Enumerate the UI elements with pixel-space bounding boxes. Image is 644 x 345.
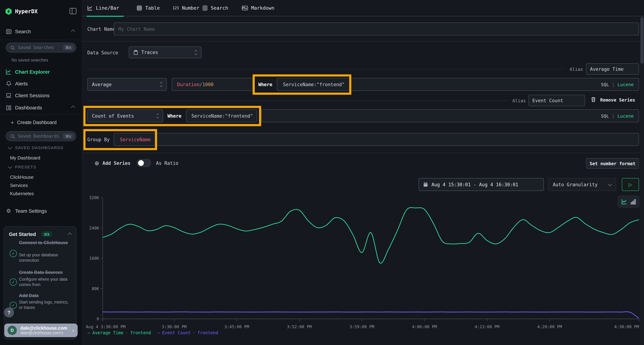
sql-mode-button[interactable]: SQL [601, 113, 609, 118]
chevron-down-icon [608, 182, 612, 186]
chevron-up-icon [71, 29, 75, 34]
help-button[interactable]: ? [4, 308, 14, 318]
tab-search[interactable]: Search [202, 0, 228, 16]
data-source-label: Data Source [87, 50, 118, 55]
series2-query-box[interactable]: SQL | Lucene [261, 109, 639, 122]
series2-where-input[interactable]: ServiceName:"frontend" [186, 109, 257, 122]
series2-where-label: Where [168, 113, 182, 119]
alias-label: Alias [570, 66, 583, 72]
collapse-sidebar-icon[interactable] [70, 8, 76, 14]
get-started-step-title[interactable]: Add Data [19, 293, 73, 299]
as-ratio-toggle[interactable] [137, 159, 151, 167]
separator: · [126, 330, 128, 335]
scrollbar[interactable] [640, 16, 644, 345]
get-started-step-title[interactable]: Create Data Sources [19, 270, 73, 275]
search-section-label: Search [15, 28, 31, 34]
series1-aggregation-select[interactable]: Average [87, 78, 167, 91]
run-query-button[interactable]: ▷ [622, 178, 639, 191]
svg-text:160K: 160K [89, 256, 99, 261]
sidebar-item-dashboards[interactable]: Dashboards [0, 103, 82, 113]
sidebar-item-team-settings[interactable]: ⚙ Team Settings [0, 206, 82, 216]
select-chevrons-icon [195, 50, 197, 54]
legend-item[interactable]: —Event Count·frontend [158, 330, 218, 335]
series2-alias-input[interactable] [529, 98, 584, 103]
user-profile-chip[interactable]: D dale@clickhouse.com dale@clickhouse.co… [4, 324, 78, 337]
data-source-select[interactable]: Traces [129, 46, 202, 58]
shortcut-badge: ⌘K [63, 45, 74, 50]
tab-line-bar[interactable]: Line/Bar [87, 0, 119, 16]
sidebar-item-label: Dashboards [15, 105, 42, 110]
group-by-label: Group By [87, 137, 110, 142]
markdown-icon [242, 5, 248, 10]
svg-text:3:59:00 PM: 3:59:00 PM [350, 325, 374, 329]
shortcut-badge: ⌘K [63, 133, 74, 139]
add-series-label: Add Series [102, 161, 130, 166]
time-range-picker[interactable]: Aug 4 15:30:01 - Aug 4 16:30:01 [418, 178, 544, 191]
tab-markdown[interactable]: Markdown [242, 0, 274, 16]
series1-field-input[interactable]: Duration/1000 [172, 78, 254, 91]
create-dashboard-button[interactable]: + Create Dashboard [0, 117, 82, 127]
lucene-mode-button[interactable]: Lucene [618, 113, 634, 118]
lucene-mode-button[interactable]: Lucene [618, 82, 634, 87]
saved-searches-input[interactable]: ⌘K [6, 42, 76, 52]
saved-dashboards-section-header[interactable]: SAVED DASHBOARDS [8, 145, 64, 150]
chevron-up-icon [71, 106, 75, 110]
legend-item[interactable]: —Average Time·frontend [88, 330, 151, 335]
series1-aggregation-value: Average [92, 82, 112, 87]
tab-label: Table [145, 5, 160, 11]
saved-dashboards-field[interactable] [18, 134, 63, 139]
group-by-input[interactable]: ServiceName [114, 133, 639, 146]
search-doc-icon [202, 5, 208, 10]
section-label: PRESETS [15, 165, 36, 169]
separator: · [193, 330, 195, 335]
field-operator: / [200, 82, 202, 87]
saved-dashboards-input[interactable]: ⌘K [6, 131, 76, 141]
sidebar-item-my-dashboard[interactable]: My Dashboard [0, 153, 82, 163]
chevron-up-icon[interactable] [68, 233, 72, 237]
get-started-step-desc: Start sending logs, metrics, or traces [19, 300, 73, 310]
sidebar-item-client-sessions[interactable]: Client Sessions [0, 90, 82, 100]
calendar-icon [423, 182, 428, 187]
series1-where-input[interactable]: ServiceName:"frontend" SQL | Lucene [277, 78, 639, 91]
series1-alias-input-box [586, 63, 639, 75]
as-ratio-label: As Ratio [156, 161, 178, 166]
presets-section-header[interactable]: PRESETS [8, 165, 36, 169]
chart-name-input[interactable] [114, 26, 639, 32]
time-series-chart[interactable]: 080K160K240K320KAug 4 3:30:00 PM3:38:00 … [82, 193, 644, 334]
sql-mode-button[interactable]: SQL [601, 82, 609, 87]
search-icon [10, 134, 15, 139]
select-chevrons-icon [160, 82, 162, 86]
series2-where-value: ServiceName:"frontend" [192, 113, 253, 118]
set-number-format-button[interactable]: Set number format [586, 158, 639, 169]
granularity-select[interactable]: Auto Granularity [548, 178, 616, 191]
sidebar-item-kubernetes[interactable]: Kubernetes [0, 188, 82, 198]
sidebar: HyperDX Search ⌘K No saved searches [0, 0, 82, 345]
legend-series-name: Event Count [162, 330, 190, 335]
scrollbar-thumb[interactable] [640, 17, 644, 64]
chevron-down-icon [8, 164, 12, 169]
check-circle-icon: ✓ [10, 250, 17, 257]
sidebar-section-search[interactable]: Search [0, 26, 82, 36]
divider [87, 100, 508, 101]
sidebar-item-alerts[interactable]: Alerts [0, 79, 82, 89]
add-series-button[interactable]: ⊕ Add Series [94, 160, 130, 167]
sidebar-item-chart-explorer[interactable]: Chart Explorer [0, 67, 82, 77]
active-tab-indicator [86, 16, 124, 17]
separator: | [612, 82, 615, 87]
saved-searches-field[interactable] [18, 45, 63, 50]
series2-aggregation-select[interactable]: Count of Events [87, 109, 163, 122]
tab-table[interactable]: Table [137, 0, 160, 16]
create-dashboard-label: Create Dashboard [17, 120, 57, 125]
get-started-step-desc: Set up your database connection [19, 252, 73, 263]
series1-where-value: ServiceName:"frontend" [283, 82, 344, 87]
get-started-step-title[interactable]: Connect to ClickHouse [19, 240, 73, 246]
series1-where-label: Where [258, 82, 272, 87]
get-started-title: Get Started [9, 231, 36, 237]
remove-series-label: Remove Series [600, 97, 635, 103]
database-icon [134, 50, 138, 55]
remove-series-button[interactable]: Remove Series [591, 96, 635, 103]
series1-alias-input[interactable] [586, 66, 639, 72]
alias-label: Alias [512, 98, 526, 103]
tab-number[interactable]: 123 Number [172, 0, 200, 16]
tab-label: Number [182, 5, 200, 11]
